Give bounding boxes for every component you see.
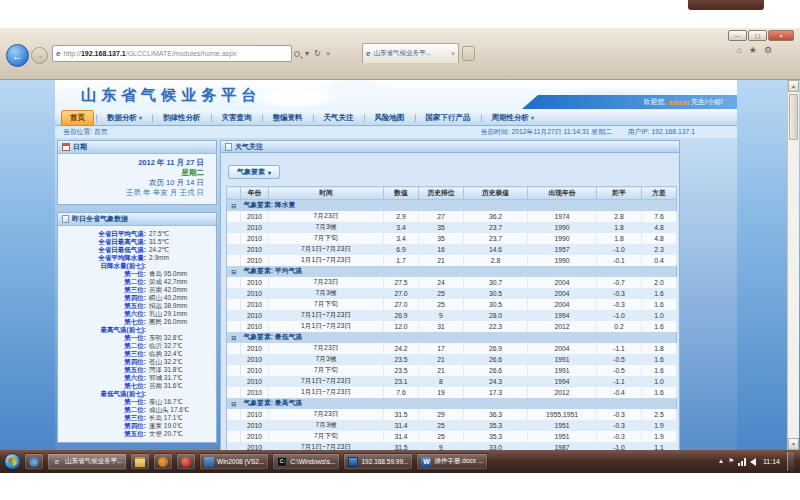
- nav-item-6[interactable]: 风险地图: [367, 111, 413, 125]
- table-row[interactable]: 20107月下旬3.43523.719901.84.8: [227, 233, 677, 244]
- collapse-icon[interactable]: ⊟: [227, 398, 241, 409]
- table-cell: 1.9: [642, 431, 677, 442]
- nav-item-7[interactable]: 国家下行产品: [418, 111, 479, 125]
- collapse-icon[interactable]: ⊟: [227, 332, 241, 343]
- taskbar-button-media[interactable]: [153, 453, 173, 470]
- collapse-icon[interactable]: ⊟: [227, 200, 241, 211]
- cmd-icon: C:: [277, 457, 287, 467]
- taskbar-button-window[interactable]: Win2008 (VS2...: [199, 453, 269, 470]
- nav-item-0[interactable]: 首页: [61, 110, 94, 126]
- nav-item-8[interactable]: 周期性分析▾: [484, 111, 543, 125]
- table-row[interactable]: 20107月下旬31.42535.31951-0.31.9: [227, 431, 677, 442]
- minimize-button[interactable]: —: [728, 30, 747, 41]
- table-cell: 23.5: [384, 365, 419, 376]
- table-cell: 7月3候: [269, 354, 384, 365]
- browser-tab[interactable]: e 山东省气候业务平... ×: [362, 43, 459, 63]
- group-row[interactable]: ⊟气象要素: 最高气温: [227, 398, 677, 409]
- nav-item-3[interactable]: 灾害查询: [214, 111, 260, 125]
- table-cell: 21: [419, 255, 464, 266]
- taskbar-button-folder[interactable]: [130, 453, 150, 470]
- scroll-down-button[interactable]: ▼: [788, 438, 799, 450]
- maximize-button[interactable]: ▢: [748, 30, 767, 41]
- summary-row: 第五位:菏泽 31.8℃: [58, 366, 214, 374]
- table-row[interactable]: 20107月23日24.21726.92004-1.11.8: [227, 343, 677, 354]
- table-cell: 35: [419, 233, 464, 244]
- taskbar-button-app[interactable]: [24, 453, 44, 470]
- table-cell: 7月下旬: [269, 365, 384, 376]
- hidden-icons-arrow-icon[interactable]: ▲: [718, 458, 724, 465]
- table-row[interactable]: 20107月1日~7月23日26.9928.01994-1.01.0: [227, 310, 677, 321]
- table-row[interactable]: 20107月23日2.92736.219742.87.6: [227, 211, 677, 222]
- table-cell: 1.9: [642, 420, 677, 431]
- refresh-icon[interactable]: ↻: [314, 50, 321, 58]
- tab-close-icon[interactable]: ×: [451, 50, 455, 57]
- table-row[interactable]: 20107月1日~7月23日31.5933.01987-1.01.1: [227, 442, 677, 451]
- start-button[interactable]: [4, 453, 21, 470]
- nav-item-5[interactable]: 天气关注: [316, 111, 362, 125]
- summary-rows: 全省日平均气温:27.5℃全省日最高气温:31.5℃全省日最低气温:24.2℃全…: [58, 226, 216, 442]
- nav-separator: [364, 114, 365, 122]
- user-ip: 用户IP: 192.168.137.1: [628, 127, 695, 137]
- table-row[interactable]: 20107月1日~7月23日6.91614.61957-1.02.3: [227, 244, 677, 255]
- table-row[interactable]: 20107月3候31.42535.31951-0.31.9: [227, 420, 677, 431]
- table-row[interactable]: 20107月3候23.52126.61991-0.51.6: [227, 354, 677, 365]
- group-row[interactable]: ⊟气象要素: 降水量: [227, 200, 677, 211]
- nav-item-4[interactable]: 整编资料: [265, 111, 311, 125]
- record-icon: [181, 457, 191, 467]
- table-row[interactable]: 20101月1日~7月23日7.61917.32012-0.41.6: [227, 387, 677, 398]
- show-desktop-button[interactable]: [787, 452, 794, 471]
- table-row[interactable]: 20101月1日~7月23日1.7212.81990-0.10.4: [227, 255, 677, 266]
- table-row[interactable]: 20107月23日31.52936.31955,1951-0.32.5: [227, 409, 677, 420]
- stop-icon[interactable]: ×: [326, 50, 331, 58]
- tools-gear-icon[interactable]: ⚙: [764, 45, 772, 55]
- table-cell: 9: [419, 310, 464, 321]
- table-row[interactable]: 20107月下旬23.52126.61991-0.51.6: [227, 365, 677, 376]
- group-row[interactable]: ⊟气象要素: 平均气温: [227, 266, 677, 277]
- taskbar-button-word[interactable]: W操作手册.docx ...: [416, 453, 488, 470]
- forward-button[interactable]: →: [31, 47, 48, 64]
- new-tab-button[interactable]: [462, 46, 475, 61]
- table-row[interactable]: 20107月下旬27.02530.52004-0.31.6: [227, 299, 677, 310]
- nav-item-1[interactable]: 数据分析▾: [99, 111, 150, 125]
- home-icon[interactable]: ⌂: [736, 45, 741, 55]
- remote-icon: [348, 457, 358, 467]
- taskbar-button-cmd[interactable]: C:C:\Windows\s...: [272, 453, 340, 470]
- network-icon[interactable]: [738, 458, 746, 466]
- taskbar-button-ie[interactable]: e山东省气候业务平...: [47, 453, 127, 470]
- scroll-up-button[interactable]: ▲: [788, 80, 799, 92]
- search-icon[interactable]: [294, 51, 300, 57]
- summary-row: 第七位:惠民 26.0mm: [58, 318, 214, 326]
- group-row[interactable]: ⊟气象要素: 最低气温: [227, 332, 677, 343]
- table-cell: 24.3: [464, 376, 528, 387]
- nav-separator: [211, 114, 212, 122]
- scrollbar-thumb[interactable]: [789, 94, 798, 140]
- back-button[interactable]: ←: [6, 44, 29, 67]
- table-cell: 35: [419, 222, 464, 233]
- table-row[interactable]: 20107月1日~7月23日23.1824.31994-1.11.0: [227, 376, 677, 387]
- action-center-flag-icon[interactable]: ⚑: [728, 458, 734, 465]
- element-filter-button[interactable]: 气象要素 ▾: [228, 165, 280, 179]
- table-row[interactable]: 20101月1日~7月23日12.03122.320120.21.6: [227, 321, 677, 332]
- table-cell: 2004: [528, 343, 597, 354]
- taskbar-button-remote[interactable]: 192.168.59.99...: [343, 453, 413, 470]
- table-cell: -0.5: [597, 354, 642, 365]
- taskbar-button-record[interactable]: [176, 453, 196, 470]
- favorites-star-icon[interactable]: ★: [749, 45, 757, 55]
- table-row[interactable]: 20107月3候27.02530.52004-0.31.6: [227, 288, 677, 299]
- collapse-icon[interactable]: ⊟: [227, 266, 241, 277]
- page-scrollbar[interactable]: ▲ ▼: [787, 80, 799, 450]
- nav-item-2[interactable]: 韵律性分析: [155, 111, 209, 125]
- table-cell: 22.3: [464, 321, 528, 332]
- report-icon: [62, 215, 69, 223]
- search-dropdown-icon[interactable]: ▾: [305, 50, 309, 58]
- address-bar[interactable]: e http://192.168.137.1/GLCCLIMATE/module…: [52, 45, 292, 62]
- close-button[interactable]: ×: [768, 30, 794, 41]
- table-row[interactable]: 20107月3候3.43523.719901.84.8: [227, 222, 677, 233]
- breadcrumb: 当前位置: 首页: [55, 127, 108, 137]
- table-cell: 2010: [241, 233, 269, 244]
- table-row[interactable]: 20107月23日27.52430.72004-0.72.0: [227, 277, 677, 288]
- summary-row: 第四位:苍山 32.2℃: [58, 358, 214, 366]
- date-panel: 日期 2012 年 11 月 27 日 星期二 农历 10 月 14 日 壬辰 …: [57, 140, 217, 205]
- volume-icon[interactable]: [750, 458, 756, 466]
- taskbar-clock[interactable]: 11:14: [760, 458, 783, 465]
